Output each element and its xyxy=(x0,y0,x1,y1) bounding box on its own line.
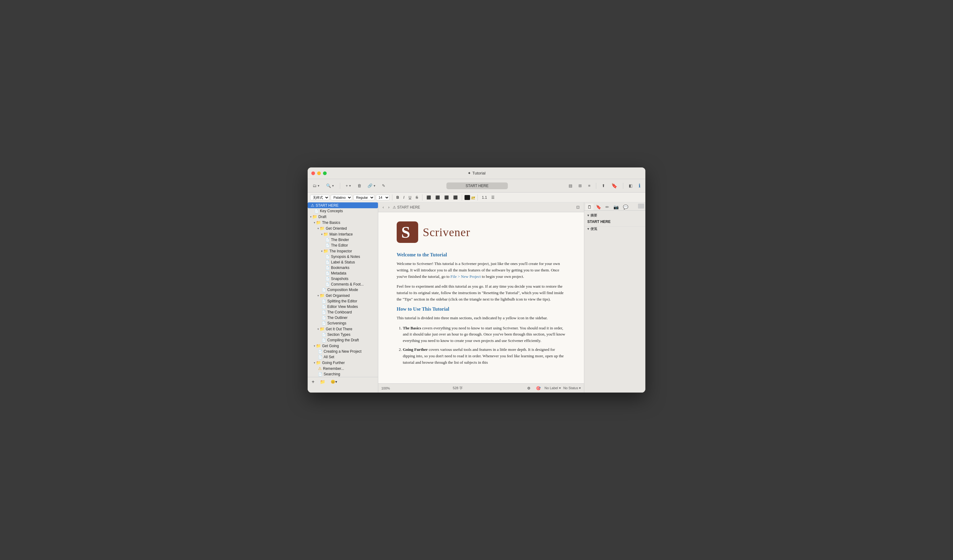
align-center-button[interactable]: ⬛ xyxy=(434,195,441,200)
sidebar-item-snapshots[interactable]: 📄 Snapshots xyxy=(307,276,378,282)
emoji-button[interactable]: 😊▾ xyxy=(329,379,338,385)
toolbar: 🗂 ▼ 🔍 ▼ + ▼ 🗑 🔗 ▼ ✎ START HERE ▤ xyxy=(307,179,646,193)
list-button[interactable]: ☰ xyxy=(490,195,496,200)
expand-icon: ▾ xyxy=(314,344,315,348)
inspector-tab-bookmarks[interactable]: 🔖 xyxy=(594,204,603,210)
nav-forward-button[interactable]: › xyxy=(387,204,391,210)
add-button[interactable]: + ▼ xyxy=(344,182,353,189)
welcome-text-after-link: to begin your own project. xyxy=(482,274,524,279)
doc-icon: 📄 xyxy=(322,305,326,309)
sidebar-item-all-set[interactable]: 📄 All Set xyxy=(307,354,378,360)
split-editor-button[interactable]: ⊡ xyxy=(575,204,581,210)
editor-content: S Scrivener Welcome to the Tutorial Welc… xyxy=(378,212,584,384)
sidebar-item-synopsis-notes[interactable]: 📄 Synopsis & Notes xyxy=(307,254,378,260)
breadcrumb-text: START HERE xyxy=(397,205,420,209)
sidebar-item-key-concepts[interactable]: 📄 Key Concepts xyxy=(307,208,378,214)
doc-icon: 📄 xyxy=(326,282,330,286)
sidebar-item-get-going[interactable]: ▾ 📁 Get Going xyxy=(307,343,378,349)
link-button[interactable]: 🔗 ▼ xyxy=(366,182,378,189)
size-select[interactable]: 14 xyxy=(376,195,390,200)
fmt-sep xyxy=(392,195,393,201)
sidebar-item-start-here[interactable]: ⚠ START HERE xyxy=(307,203,378,208)
new-project-link[interactable]: File > New Project xyxy=(450,274,481,279)
sidebar-item-composition-mode[interactable]: 📄 Composition Mode xyxy=(307,287,378,292)
sidebar-item-editor-view-modes[interactable]: 📄 Editor View Modes xyxy=(307,304,378,309)
sidebar-item-comments-foot[interactable]: 📄 Comments & Foot... xyxy=(307,282,378,287)
nav-back-button[interactable]: ‹ xyxy=(381,204,385,210)
doc-icon: 📄 xyxy=(318,355,322,359)
maximize-button[interactable] xyxy=(323,172,327,175)
sidebar-item-splitting-editor[interactable]: 📄 Splitting the Editor xyxy=(307,299,378,304)
inspector: 🗒 🔖 ✏ 📷 💬 ▾ 摘要 START HERE ▾ xyxy=(584,203,646,393)
warning-icon: ⚠ xyxy=(393,205,396,209)
sidebar-item-label-status[interactable]: 📄 Label & Status xyxy=(307,260,378,265)
inspector-tab-snapshots[interactable]: 📷 xyxy=(612,204,621,210)
sidebar-item-draft[interactable]: ▾ 📁 Draft xyxy=(307,214,378,220)
search-icon: 🔍 xyxy=(326,183,331,188)
italic-button[interactable]: I xyxy=(402,195,406,200)
view-grid-button[interactable]: ⊞ xyxy=(577,182,584,189)
sidebar-item-get-organised[interactable]: ▾ 📁 Get Organised xyxy=(307,292,378,299)
edit-button[interactable]: ✎ xyxy=(380,182,387,189)
view-list-button[interactable]: ≡ xyxy=(586,182,592,189)
doc-icon: 📄 xyxy=(314,209,319,213)
view-column-button[interactable]: ▤ xyxy=(567,182,574,189)
sidebar-item-the-outliner[interactable]: 📄 The Outliner xyxy=(307,315,378,320)
sidebar-item-creating-new-project[interactable]: 📄 Creating a New Project xyxy=(307,349,378,354)
highlight-button[interactable]: a▾ xyxy=(471,195,475,200)
inspector-title: START HERE xyxy=(587,220,642,224)
target-icon-button[interactable]: 🎯 xyxy=(534,385,542,391)
text-color-box[interactable] xyxy=(464,195,470,200)
inspector-tab-notes[interactable]: ✏ xyxy=(604,204,611,210)
main-layout: ⚠ START HERE 📄 Key Concepts ▾ 📁 Draft ▾ … xyxy=(307,203,646,393)
search-button[interactable]: 🔍 ▼ xyxy=(324,182,336,189)
close-button[interactable] xyxy=(311,172,315,175)
inspector-tab-comments[interactable]: 💬 xyxy=(621,204,630,210)
add-document-button[interactable]: + xyxy=(310,379,316,385)
sidebar-item-get-oriented[interactable]: ▾ 📁 Get Oriented xyxy=(307,226,378,231)
link-icon: 🔗 xyxy=(368,183,373,188)
share-button[interactable]: ⬆ xyxy=(600,182,607,189)
bold-button[interactable]: B xyxy=(395,195,400,200)
share-icon: ⬆ xyxy=(602,183,605,188)
minimize-button[interactable] xyxy=(317,172,321,175)
start-here-button[interactable]: START HERE xyxy=(446,183,508,189)
add-folder-button[interactable]: 📁 xyxy=(318,379,327,385)
sidebar-item-the-basics[interactable]: ▾ 📁 The Basics xyxy=(307,220,378,226)
binder-button[interactable]: 🗂 ▼ xyxy=(311,182,322,189)
sidebar-item-the-binder[interactable]: 📄 The Binder xyxy=(307,237,378,243)
chevron-down-icon2: ▼ xyxy=(332,184,334,187)
sidebar-item-going-further[interactable]: ▾ 📁 Going Further xyxy=(307,360,378,365)
sidebar-item-scrivenings[interactable]: 📄 Scrivenings xyxy=(307,320,378,326)
style-select[interactable]: 无样式 xyxy=(310,195,329,200)
info-button[interactable]: ℹ xyxy=(637,181,642,190)
settings-icon-button[interactable]: ⚙ xyxy=(526,385,532,391)
font-select[interactable]: Palatino xyxy=(331,195,352,200)
bookmark-button[interactable]: 🔖 xyxy=(610,181,619,190)
sidebar-item-the-corkboard[interactable]: 📄 The Corkboard xyxy=(307,309,378,315)
line-spacing-button[interactable]: 1.1 xyxy=(480,195,489,200)
basics-label: The Basics xyxy=(403,326,421,330)
sidebar-item-the-inspector[interactable]: ▾ 📁 The Inspector xyxy=(307,248,378,254)
align-left-button[interactable]: ⬛ xyxy=(425,195,433,200)
inspector-tab-synopsis[interactable]: 🗒 xyxy=(585,204,593,210)
align-justify-button[interactable]: ⬛ xyxy=(452,195,459,200)
folder-icon: 📁 xyxy=(320,226,324,230)
sidebar-item-searching[interactable]: 📄 Searching xyxy=(307,371,378,377)
trash-button[interactable]: 🗑 xyxy=(355,182,363,189)
inspector-toggle-button[interactable]: ◧ xyxy=(627,182,634,189)
no-label-select[interactable]: No Label ▾ xyxy=(545,386,561,390)
weight-select[interactable]: Regular xyxy=(353,195,374,200)
align-right-button[interactable]: ⬛ xyxy=(443,195,450,200)
underline-button[interactable]: U xyxy=(407,195,413,200)
sidebar-item-bookmarks[interactable]: 📄 Bookmarks xyxy=(307,265,378,271)
sidebar-item-get-it-out-there[interactable]: ▾ 📁 Get It Out There xyxy=(307,326,378,332)
sidebar-item-main-interface[interactable]: ▾ 📁 Main Interface xyxy=(307,231,378,237)
sidebar-item-the-editor[interactable]: 📄 The Editor xyxy=(307,243,378,248)
strikethrough-button[interactable]: S xyxy=(414,195,420,200)
sidebar-item-section-types[interactable]: 📄 Section Types xyxy=(307,332,378,337)
sidebar-item-compiling-draft[interactable]: 📄 Compiling the Draft xyxy=(307,337,378,343)
no-status-select[interactable]: No Status ▾ xyxy=(563,386,581,390)
sidebar-item-remember[interactable]: ⚠ Remember... xyxy=(307,365,378,371)
sidebar-item-metadata[interactable]: 📄 Metadata xyxy=(307,271,378,276)
